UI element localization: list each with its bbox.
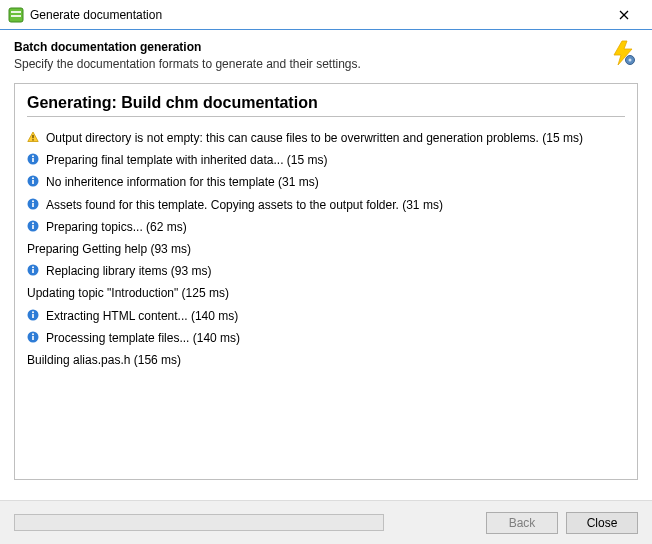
log-text: Processing template files... (140 ms) bbox=[46, 330, 625, 346]
svg-rect-30 bbox=[32, 336, 34, 340]
svg-rect-12 bbox=[32, 158, 34, 162]
wizard-header: Batch documentation generation Specify t… bbox=[0, 30, 652, 83]
log-text: Updating topic "Introduction" (125 ms) bbox=[27, 285, 625, 301]
svg-rect-15 bbox=[32, 180, 34, 184]
info-icon bbox=[27, 198, 41, 212]
svg-rect-10 bbox=[32, 139, 33, 140]
svg-point-31 bbox=[32, 333, 34, 335]
svg-point-25 bbox=[32, 266, 34, 268]
close-icon bbox=[619, 10, 629, 20]
log-list: Output directory is not empty: this can … bbox=[27, 127, 625, 371]
svg-point-7 bbox=[629, 59, 632, 62]
svg-point-22 bbox=[32, 222, 34, 224]
log-row: Output directory is not empty: this can … bbox=[27, 127, 625, 149]
info-icon bbox=[27, 331, 41, 345]
info-icon bbox=[27, 175, 41, 189]
log-text: Assets found for this template. Copying … bbox=[46, 197, 625, 213]
log-row: Assets found for this template. Copying … bbox=[27, 194, 625, 216]
svg-rect-2 bbox=[11, 15, 21, 17]
svg-point-28 bbox=[32, 311, 34, 313]
app-icon bbox=[8, 7, 24, 23]
header-title: Batch documentation generation bbox=[14, 40, 610, 54]
log-text: Preparing final template with inherited … bbox=[46, 152, 625, 168]
svg-rect-1 bbox=[11, 11, 21, 13]
header-icon bbox=[610, 40, 638, 66]
info-icon bbox=[27, 309, 41, 323]
titlebar: Generate documentation bbox=[0, 0, 652, 30]
log-text: Preparing Getting help (93 ms) bbox=[27, 241, 625, 257]
window-title: Generate documentation bbox=[30, 8, 604, 22]
back-button: Back bbox=[486, 512, 558, 534]
log-row: Updating topic "Introduction" (125 ms) bbox=[27, 282, 625, 304]
svg-rect-9 bbox=[32, 135, 33, 138]
log-row: No inheritence information for this temp… bbox=[27, 171, 625, 193]
section-heading: Generating: Build chm documentation bbox=[27, 94, 625, 117]
log-text: Building alias.pas.h (156 ms) bbox=[27, 352, 625, 368]
footer-bar: Back Close bbox=[0, 500, 652, 544]
log-row: Processing template files... (140 ms) bbox=[27, 327, 625, 349]
svg-rect-18 bbox=[32, 203, 34, 207]
log-row: Replacing library items (93 ms) bbox=[27, 260, 625, 282]
svg-point-16 bbox=[32, 178, 34, 180]
lightning-gear-icon bbox=[610, 40, 636, 66]
info-icon bbox=[27, 264, 41, 278]
log-row: Preparing final template with inherited … bbox=[27, 149, 625, 171]
window-close-button[interactable] bbox=[604, 1, 644, 29]
content-panel: Generating: Build chm documentation Outp… bbox=[14, 83, 638, 480]
svg-rect-27 bbox=[32, 314, 34, 318]
log-row: Preparing topics... (62 ms) bbox=[27, 216, 625, 238]
log-text: Replacing library items (93 ms) bbox=[46, 263, 625, 279]
info-icon bbox=[27, 153, 41, 167]
log-row: Preparing Getting help (93 ms) bbox=[27, 238, 625, 260]
svg-point-13 bbox=[32, 155, 34, 157]
progress-bar bbox=[14, 514, 384, 531]
log-text: No inheritence information for this temp… bbox=[46, 174, 625, 190]
log-text: Preparing topics... (62 ms) bbox=[46, 219, 625, 235]
svg-rect-21 bbox=[32, 225, 34, 229]
log-text: Output directory is not empty: this can … bbox=[46, 130, 625, 146]
log-text: Extracting HTML content... (140 ms) bbox=[46, 308, 625, 324]
info-icon bbox=[27, 220, 41, 234]
log-row: Extracting HTML content... (140 ms) bbox=[27, 305, 625, 327]
warning-icon bbox=[27, 131, 41, 145]
svg-rect-24 bbox=[32, 269, 34, 273]
close-button[interactable]: Close bbox=[566, 512, 638, 534]
svg-point-19 bbox=[32, 200, 34, 202]
header-description: Specify the documentation formats to gen… bbox=[14, 57, 610, 71]
log-row: Building alias.pas.h (156 ms) bbox=[27, 349, 625, 371]
